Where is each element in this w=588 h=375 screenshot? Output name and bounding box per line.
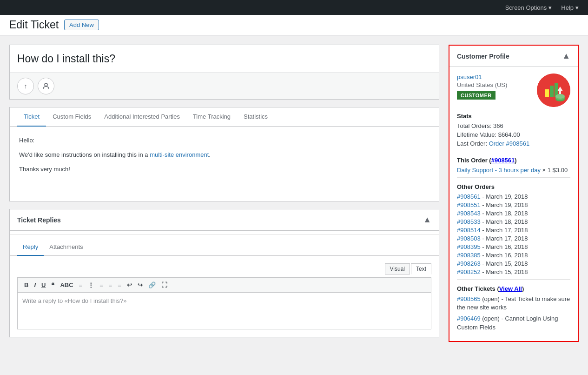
other-order-item: #908395 - March 16, 2018 (457, 243, 570, 250)
view-all-tickets-link[interactable]: View All (499, 285, 522, 292)
chevron-down-icon: ▾ (575, 4, 579, 11)
other-ticket-item: #908565 (open) - Test Ticket to make sur… (457, 295, 570, 312)
last-order-link[interactable]: Order #908561 (489, 140, 529, 147)
profile-collapse-button[interactable]: ▲ (562, 51, 570, 61)
user-icon-button[interactable] (38, 78, 54, 94)
profile-body: psuser01 United States (US) CUSTOMER (449, 67, 578, 341)
replies-title: Ticket Replies (17, 216, 61, 224)
visual-mode-button[interactable]: Visual (385, 263, 410, 275)
other-order-item: #908263 - March 15, 2018 (457, 260, 570, 267)
main-content: ↑ Ticket Custom Fields Additional Intere… (9, 45, 439, 371)
other-order-link[interactable]: #908561 (457, 193, 481, 200)
this-order-link[interactable]: #908561 (491, 157, 515, 164)
replies-collapse-button[interactable]: ▲ (423, 215, 431, 225)
product-link[interactable]: Daily Support - 3 hours per day (457, 167, 541, 174)
tab-additional-parties[interactable]: Additional Interested Parties (98, 107, 186, 127)
align-center-button[interactable]: ≡ (107, 281, 114, 289)
profile-top: psuser01 United States (US) CUSTOMER (457, 74, 570, 107)
other-order-item: #908514 - March 17, 2018 (457, 227, 570, 234)
align-left-button[interactable]: ≡ (98, 281, 105, 289)
screen-options-button[interactable]: Screen Options ▾ (501, 4, 557, 11)
this-order-heading: This Order (#908561) (457, 157, 570, 164)
priority-icon-button[interactable]: ↑ (17, 78, 34, 94)
tabs-nav: Ticket Custom Fields Additional Interest… (10, 107, 439, 127)
svg-rect-2 (545, 89, 549, 97)
align-right-button[interactable]: ≡ (116, 281, 123, 289)
svg-rect-3 (550, 86, 554, 97)
svg-point-0 (45, 83, 47, 86)
icon-buttons-bar: ↑ (9, 73, 439, 100)
help-button[interactable]: Help ▾ (556, 4, 583, 11)
sidebar: Customer Profile ▲ psuser01 United State… (449, 45, 579, 371)
other-ticket-link[interactable]: #908565 (457, 295, 481, 302)
ordered-list-button[interactable]: ⋮ (86, 281, 96, 289)
undo-button[interactable]: ↩ (125, 281, 134, 289)
tab-content: Hello: We'd like some instructions on in… (10, 127, 439, 201)
page-title: Edit Ticket (9, 19, 59, 31)
reply-editor: Visual Text B I U ❝ ABC ≡ ⋮ ≡ ≡ ≡ ↩ ↪ 🔗 (10, 256, 439, 337)
other-order-link[interactable]: #908252 (457, 268, 481, 275)
reply-tab-attachments[interactable]: Attachments (44, 239, 88, 256)
ticket-title-box (9, 45, 439, 73)
ticket-content-line-2: We'd like some instructions on installin… (19, 150, 429, 160)
text-mode-button[interactable]: Text (411, 263, 431, 275)
other-order-item: #908543 - March 18, 2018 (457, 210, 570, 217)
other-order-link[interactable]: #908503 (457, 235, 481, 242)
fullscreen-button[interactable]: ⛶ (159, 281, 169, 289)
ticket-tabs-container: Ticket Custom Fields Additional Interest… (9, 107, 439, 201)
other-orders-heading: Other Orders (457, 183, 570, 190)
total-orders-row: Total Orders: 366 (457, 122, 570, 129)
other-order-link[interactable]: #908395 (457, 243, 481, 250)
other-ticket-link[interactable]: #906469 (457, 315, 481, 322)
other-order-link[interactable]: #908533 (457, 218, 481, 225)
profile-panel-title: Customer Profile (457, 53, 509, 60)
other-ticket-item: #906469 (open) - Cannot Login Using Cust… (457, 315, 570, 331)
other-tickets-heading: Other Tickets (View All) (457, 285, 570, 292)
other-order-link[interactable]: #908514 (457, 227, 481, 234)
bold-button[interactable]: B (22, 281, 30, 289)
italic-button[interactable]: I (32, 281, 38, 289)
tab-statistics[interactable]: Statistics (237, 107, 274, 127)
customer-profile-panel: Customer Profile ▲ psuser01 United State… (449, 45, 579, 342)
other-order-link[interactable]: #908385 (457, 252, 481, 259)
other-order-link[interactable]: #908551 (457, 201, 481, 208)
other-order-item: #908503 - March 17, 2018 (457, 235, 570, 242)
underline-button[interactable]: U (40, 281, 47, 289)
other-order-link[interactable]: #908543 (457, 210, 481, 217)
ticket-title-section: ↑ (9, 45, 439, 100)
reply-tab-reply[interactable]: Reply (17, 239, 44, 256)
other-order-item: #908533 - March 18, 2018 (457, 218, 570, 225)
page-header: Edit Ticket Add New (0, 15, 588, 35)
other-order-item: #908561 - March 19, 2018 (457, 193, 570, 200)
tab-custom-fields[interactable]: Custom Fields (46, 107, 98, 127)
add-new-button[interactable]: Add New (64, 20, 99, 30)
replies-header: Ticket Replies ▲ (10, 209, 439, 231)
other-order-item: #908385 - March 16, 2018 (457, 252, 570, 259)
link-button[interactable]: 🔗 (146, 281, 158, 289)
this-order-product: Daily Support - 3 hours per day × 1 $3.0… (457, 167, 570, 174)
ticket-title-input[interactable] (17, 53, 431, 65)
strikethrough-button[interactable]: ABC (58, 281, 75, 289)
tab-ticket[interactable]: Ticket (17, 107, 46, 127)
profile-country: United States (US) (457, 81, 537, 88)
multi-site-link[interactable]: multi-site environment (150, 151, 209, 158)
blockquote-button[interactable]: ❝ (49, 281, 56, 289)
last-order-row: Last Order: Order #908561 (457, 140, 570, 147)
tab-time-tracking[interactable]: Time Tracking (186, 107, 237, 127)
redo-button[interactable]: ↪ (136, 281, 145, 289)
ticket-content-line-3: Thanks very much! (19, 165, 429, 174)
lifetime-value-row: Lifetime Value: $664.00 (457, 131, 570, 138)
other-tickets-list: #908565 (open) - Test Ticket to make sur… (457, 295, 570, 332)
top-bar: Screen Options ▾ Help ▾ (0, 0, 588, 15)
editor-toolbar: B I U ❝ ABC ≡ ⋮ ≡ ≡ ≡ ↩ ↪ 🔗 ⛶ (17, 277, 431, 292)
ticket-content-line-1: Hello: (19, 136, 429, 146)
avatar (537, 74, 570, 107)
other-order-item: #908252 - March 15, 2018 (457, 268, 570, 275)
other-orders-list: #908561 - March 19, 2018#908551 - March … (457, 193, 570, 275)
profile-username-link[interactable]: psuser01 (457, 74, 482, 80)
other-order-link[interactable]: #908263 (457, 260, 481, 267)
editor-area[interactable]: Write a reply to «How do I install this?… (17, 292, 431, 329)
chevron-down-icon: ▾ (548, 4, 552, 11)
unordered-list-button[interactable]: ≡ (77, 281, 85, 289)
profile-info: psuser01 United States (US) CUSTOMER (457, 74, 537, 100)
